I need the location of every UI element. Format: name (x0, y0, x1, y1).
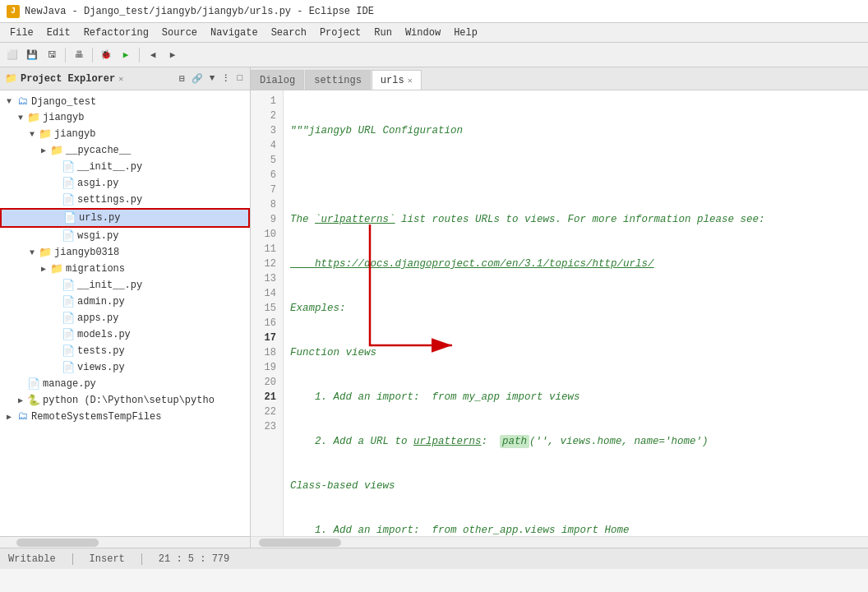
tab-urls-label: urls (381, 75, 404, 86)
line-num: 4 (254, 138, 276, 153)
menu-edit[interactable]: Edit (40, 25, 77, 40)
code-line-10: 1. Add an import: from other_app.views i… (290, 523, 861, 536)
tree-label: RemoteSystemsTempFiles (31, 411, 161, 423)
tree-item-models-py[interactable]: 📄 models.py (0, 326, 250, 343)
tree-item-admin-py[interactable]: 📄 admin.py (0, 294, 250, 310)
save-button[interactable]: 💾 (23, 46, 41, 64)
view-menu-button[interactable]: ⋮ (219, 72, 233, 85)
status-writable: Writable (8, 553, 56, 565)
tree-container: ▼ 🗂 Django_test ▼ 📁 jiangyb ▼ 📁 jiangyb (0, 90, 250, 536)
new-button[interactable]: ⬜ (3, 46, 21, 64)
code-content[interactable]: """jiangyb URL Configuration The `urlpat… (284, 90, 868, 536)
menu-project[interactable]: Project (313, 25, 367, 40)
collapse-all-button[interactable]: ⊟ (177, 72, 187, 85)
menu-file[interactable]: File (3, 25, 40, 40)
expand-arrow[interactable]: ▼ (26, 248, 38, 257)
tree-label: urls.py (79, 212, 120, 224)
run-button[interactable]: ▶ (117, 46, 135, 64)
tree-item-migrations[interactable]: ▶ 📁 migrations (0, 261, 250, 277)
code-line-4: https://docs.djangoproject.com/en/3.1/to… (290, 257, 861, 271)
tree-item-jiangyb-inner[interactable]: ▼ 📁 jiangyb (0, 126, 250, 142)
tree-item-wsgi-py[interactable]: 📄 wsgi.py (0, 228, 250, 244)
tree-item-python-env[interactable]: ▶ 🐍 python (D:\Python\setup\pytho (0, 392, 250, 409)
code-line-5: Examples: (290, 301, 861, 316)
tab-close-icon[interactable]: ✕ (408, 76, 413, 86)
tree-item-settings-py[interactable]: 📄 settings.py (0, 192, 250, 208)
tree-label: tests.py (77, 345, 125, 357)
menu-navigate[interactable]: Navigate (204, 25, 265, 40)
tree-item-apps-py[interactable]: 📄 apps.py (0, 310, 250, 326)
menu-help[interactable]: Help (447, 25, 484, 40)
menu-run[interactable]: Run (367, 25, 399, 40)
tree-label: __init__.py (77, 280, 142, 291)
tab-urls[interactable]: urls ✕ (372, 70, 422, 90)
tree-item-pycache[interactable]: ▶ 📁 __pycache__ (0, 142, 250, 159)
menu-refactoring[interactable]: Refactoring (77, 25, 155, 40)
tab-settings[interactable]: settings (305, 70, 371, 90)
tree-hscroll[interactable] (0, 536, 250, 548)
expand-arrow[interactable]: ▶ (38, 264, 49, 274)
expand-arrow[interactable]: ▶ (15, 395, 26, 405)
env-icon: 🐍 (26, 394, 41, 407)
line-num: 17 (254, 331, 276, 345)
status-separator-1 (72, 553, 73, 565)
tree-label: models.py (77, 329, 131, 340)
line-num: 3 (254, 123, 276, 138)
code-line-2 (290, 168, 861, 183)
file-icon: 📄 (61, 193, 76, 206)
expand-arrow[interactable]: ▼ (26, 130, 38, 139)
tab-dialog[interactable]: Dialog (251, 70, 304, 90)
code-line-1: """jiangyb URL Configuration (290, 123, 861, 138)
expand-arrow[interactable]: ▼ (3, 97, 15, 106)
tree-item-asgi-py[interactable]: 📄 asgi.py (0, 175, 250, 192)
panel-header-left: 📁 Project Explorer ✕ (5, 72, 123, 85)
tree-item-init-py[interactable]: 📄 __init__.py (0, 159, 250, 175)
editor-hscroll-thumb (259, 539, 341, 547)
print-button[interactable]: 🖶 (70, 46, 88, 64)
expand-arrow[interactable]: ▶ (3, 412, 15, 422)
tree-item-jiangyb-root[interactable]: ▼ 📁 jiangyb (0, 109, 250, 126)
expand-arrow[interactable]: ▶ (38, 146, 49, 155)
line-num: 7 (254, 183, 276, 197)
menu-search[interactable]: Search (265, 25, 313, 40)
explorer-close-icon[interactable]: ✕ (118, 74, 123, 84)
menu-window[interactable]: Window (399, 25, 447, 40)
tree-item-manage-py[interactable]: 📄 manage.py (0, 376, 250, 392)
tree-label: migrations (66, 263, 125, 275)
file-icon: 📄 (61, 345, 76, 358)
tree-item-views-py[interactable]: 📄 views.py (0, 359, 250, 376)
expand-arrow[interactable]: ▼ (15, 113, 26, 123)
debug-button[interactable]: 🐞 (97, 46, 115, 64)
file-icon: 📄 (61, 361, 76, 374)
file-icon: 📄 (61, 295, 76, 308)
project-icon: 🗂 (15, 410, 30, 423)
code-editor: 1 2 3 4 5 6 7 8 9 10 11 12 13 14 15 16 1 (251, 90, 868, 536)
editor-tabs: Dialog settings urls ✕ (251, 67, 868, 90)
tree-item-tests-py[interactable]: 📄 tests.py (0, 343, 250, 359)
next-button[interactable]: ▶ (164, 46, 182, 64)
link-editor-button[interactable]: 🔗 (189, 72, 205, 85)
code-line-6: Function views (290, 345, 861, 360)
line-numbers: 1 2 3 4 5 6 7 8 9 10 11 12 13 14 15 16 1 (251, 90, 284, 536)
tree-item-django-test[interactable]: ▼ 🗂 Django_test (0, 94, 250, 109)
status-insert: Insert (90, 553, 125, 565)
line-num: 18 (254, 345, 276, 360)
line-num: 13 (254, 271, 276, 286)
status-separator-2 (141, 553, 142, 565)
project-explorer: 📁 Project Explorer ✕ ⊟ 🔗 ▼ ⋮ □ ▼ 🗂 Djang… (0, 67, 251, 548)
prev-button[interactable]: ◀ (144, 46, 162, 64)
tree-item-remote-systems[interactable]: ▶ 🗂 RemoteSystemsTempFiles (0, 409, 250, 424)
maximize-button[interactable]: □ (234, 72, 245, 85)
tree-item-jiangyb0318[interactable]: ▼ 📁 jiangyb0318 (0, 244, 250, 261)
folder-icon: 📁 (38, 127, 53, 141)
tree-item-urls-py[interactable]: 📄 urls.py (0, 208, 250, 228)
tree-label: jiangyb (54, 128, 95, 140)
tree-label: manage.py (43, 378, 96, 390)
line-num: 9 (254, 212, 276, 227)
line-num: 1 (254, 94, 276, 109)
filter-button[interactable]: ▼ (207, 72, 218, 85)
editor-hscroll[interactable] (251, 536, 868, 548)
menu-source[interactable]: Source (155, 25, 204, 40)
save-all-button[interactable]: 🖫 (43, 46, 61, 64)
tree-item-init2-py[interactable]: 📄 __init__.py (0, 277, 250, 294)
